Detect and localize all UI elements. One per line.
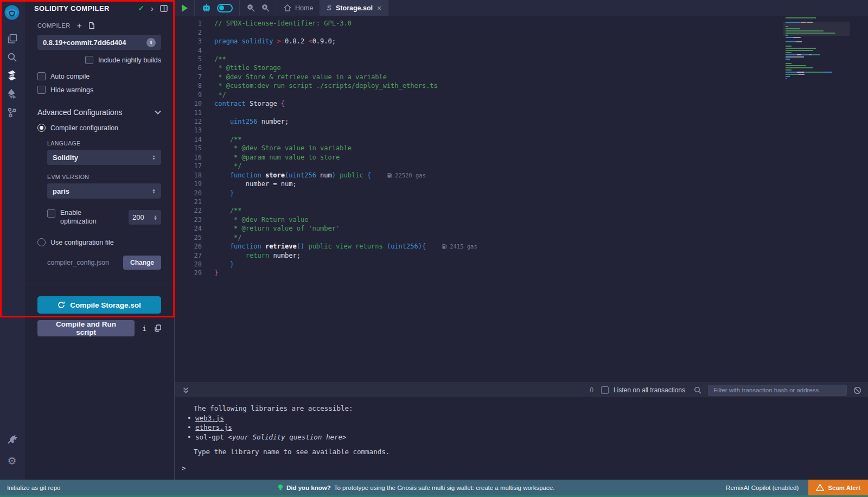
line-number: 14: [175, 136, 202, 143]
code-line: 23 * @dev Return value: [175, 215, 868, 224]
solidity-compiler-panel: SOLIDITY COMPILER ✓ › COMPILER +: [24, 0, 175, 480]
terminal-line: sol-gpt <your Solidity question here>: [182, 432, 868, 442]
terminal-library-link[interactable]: ethers.js: [182, 423, 868, 432]
copilot-toggle[interactable]: [217, 4, 233, 12]
search-transactions-icon[interactable]: [694, 386, 701, 394]
copilot-status[interactable]: RemixAI Copilot (enabled): [726, 485, 799, 491]
version-stepper-icon[interactable]: ▲▼: [146, 38, 156, 47]
git-init-status[interactable]: Initialize as git repo: [0, 485, 60, 491]
select-carets-icon: ▲▼: [152, 188, 156, 194]
terminal-line: The following libraries are accessible:: [182, 404, 868, 413]
hide-warnings-checkbox[interactable]: [37, 86, 46, 94]
line-number: 9: [175, 91, 202, 99]
line-number: 8: [175, 82, 202, 90]
info-icon[interactable]: i: [142, 324, 146, 333]
close-tab-icon[interactable]: ×: [377, 4, 381, 12]
zoom-in-icon[interactable]: [261, 3, 270, 12]
code-text: }: [202, 189, 234, 197]
code-text: * @title Storage: [202, 64, 281, 72]
nightly-builds-checkbox[interactable]: [85, 56, 93, 64]
language-value: Solidity: [53, 154, 152, 162]
line-number: 4: [175, 47, 202, 54]
listen-transactions-checkbox[interactable]: [601, 386, 609, 394]
terminal-prompt[interactable]: >: [182, 464, 186, 472]
code-editor[interactable]: 1// SPDX-License-Identifier: GPL-3.023pr…: [175, 16, 868, 383]
status-bar: Initialize as git repo Did you know? To …: [0, 480, 868, 495]
import-compiler-icon[interactable]: [88, 22, 95, 29]
code-text: function retrieve() public view returns …: [202, 243, 426, 250]
enable-optimization-checkbox[interactable]: [47, 209, 55, 218]
lightbulb-icon: [278, 484, 283, 492]
run-compile-chevron-icon[interactable]: ›: [151, 4, 154, 12]
advanced-configurations-label: Advanced Configurations: [37, 108, 155, 117]
code-line: 28 }: [175, 260, 868, 269]
terminal-output[interactable]: The following libraries are accessible:w…: [175, 397, 868, 480]
ai-robot-icon[interactable]: [201, 3, 212, 12]
runs-stepper-icon[interactable]: ▲▼: [154, 215, 157, 220]
clear-console-icon[interactable]: [853, 386, 861, 394]
code-line: 15 * @dev Store value in variable: [175, 144, 868, 152]
code-text: contract Storage {: [202, 100, 285, 107]
play-icon[interactable]: [182, 4, 188, 12]
code-line: 29}: [175, 269, 868, 277]
scam-alert-label: Scam Alert: [828, 485, 860, 491]
code-line: 13: [175, 126, 868, 135]
solidity-compiler-icon[interactable]: [0, 66, 24, 85]
tab-storage-sol[interactable]: S Storage.sol ×: [320, 0, 388, 16]
code-line: 25 */: [175, 233, 868, 242]
zoom-out-icon[interactable]: [246, 3, 256, 12]
file-explorer-icon[interactable]: [0, 29, 24, 48]
language-select[interactable]: Solidity ▲▼: [47, 150, 161, 165]
gas-estimate: 2415 gas: [442, 243, 477, 250]
evm-version-value: paris: [53, 187, 152, 195]
plugin-manager-icon[interactable]: [0, 430, 24, 448]
terminal-gap: [182, 442, 868, 447]
compiler-version-select[interactable]: 0.8.19+commit.7dd6d404 ▲▼: [37, 35, 161, 50]
line-number: 26: [175, 243, 202, 250]
change-config-button[interactable]: Change: [123, 256, 161, 270]
compiler-configuration-radio[interactable]: [37, 124, 46, 132]
gas-pump-icon: [442, 244, 447, 249]
pin-panel-icon[interactable]: [160, 5, 168, 12]
compile-button[interactable]: Compile Storage.sol: [37, 296, 161, 314]
line-number: 13: [175, 126, 202, 134]
solidity-file-icon: S: [327, 4, 331, 12]
search-icon[interactable]: [0, 48, 24, 66]
auto-compile-checkbox[interactable]: [37, 72, 46, 80]
deploy-run-icon[interactable]: [0, 85, 24, 103]
terminal-library-link[interactable]: web3.js: [182, 413, 868, 423]
scam-alert-button[interactable]: Scam Alert: [808, 480, 868, 495]
line-number: 12: [175, 118, 202, 125]
remix-logo[interactable]: [0, 3, 24, 22]
minimap[interactable]: [786, 17, 847, 80]
add-custom-compiler-icon[interactable]: +: [77, 21, 82, 30]
code-text: function store(uint256 num) public {: [202, 171, 371, 179]
code-text: /**: [202, 55, 226, 63]
code-text: /**: [202, 207, 242, 214]
use-configuration-file-radio[interactable]: [37, 238, 46, 246]
line-number: 17: [175, 162, 202, 170]
tab-home[interactable]: Home: [277, 0, 320, 16]
refresh-icon: [58, 301, 65, 309]
transaction-filter-input[interactable]: [708, 385, 847, 396]
settings-icon[interactable]: ⚙: [0, 451, 24, 470]
collapse-terminal-icon[interactable]: [182, 387, 189, 394]
code-text: * @custom:dev-run-script ./scripts/deplo…: [202, 82, 438, 90]
evm-version-select[interactable]: paris ▲▼: [47, 183, 161, 199]
compiler-version-value: 0.8.19+commit.7dd6d404: [43, 39, 146, 47]
advanced-configurations-toggle[interactable]: Advanced Configurations: [37, 108, 161, 117]
line-number: 3: [175, 37, 202, 45]
code-line: 3pragma solidity >=0.8.2 <0.9.0;: [175, 37, 868, 46]
code-text: * @dev Store value in variable: [202, 144, 352, 152]
optimization-runs-input[interactable]: 200 ▲▼: [129, 210, 161, 225]
language-label: LANGUAGE: [47, 140, 161, 146]
home-icon: [284, 4, 291, 11]
compile-and-run-button[interactable]: Compile and Run script: [37, 320, 135, 336]
git-icon[interactable]: [0, 103, 24, 122]
code-line: 27 return number;: [175, 251, 868, 259]
enable-optimization-label: Enable optimization: [60, 208, 97, 226]
copy-icon[interactable]: [154, 324, 161, 332]
line-number: 18: [175, 171, 202, 179]
line-number: 19: [175, 180, 202, 188]
transaction-count-badge: 0: [590, 386, 593, 394]
